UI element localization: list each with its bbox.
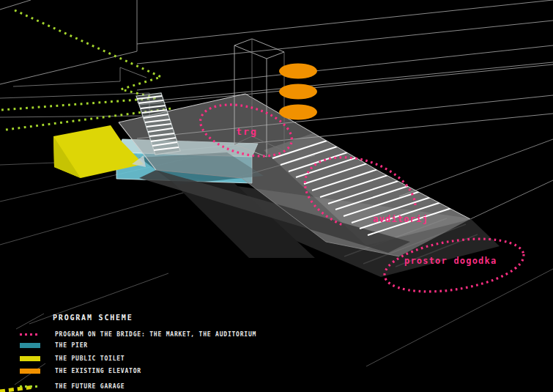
- trg-label: trg: [236, 126, 257, 137]
- existing-elevator: [279, 64, 317, 120]
- prostor-dogodka-label: prostor dogodka: [404, 256, 497, 266]
- elevator-ellipse-2: [279, 84, 317, 100]
- elevator-ellipse-1: [279, 64, 317, 79]
- program-scheme-diagram: trg avditorij prostor dogodka: [0, 0, 553, 392]
- elevator-ellipse-3: [279, 105, 317, 120]
- corner-yellow-dashes: [0, 387, 34, 391]
- program-scheme-page: trg avditorij prostor dogodka PROGRAM SC…: [0, 0, 553, 392]
- avditorij-label: avditorij: [373, 214, 428, 224]
